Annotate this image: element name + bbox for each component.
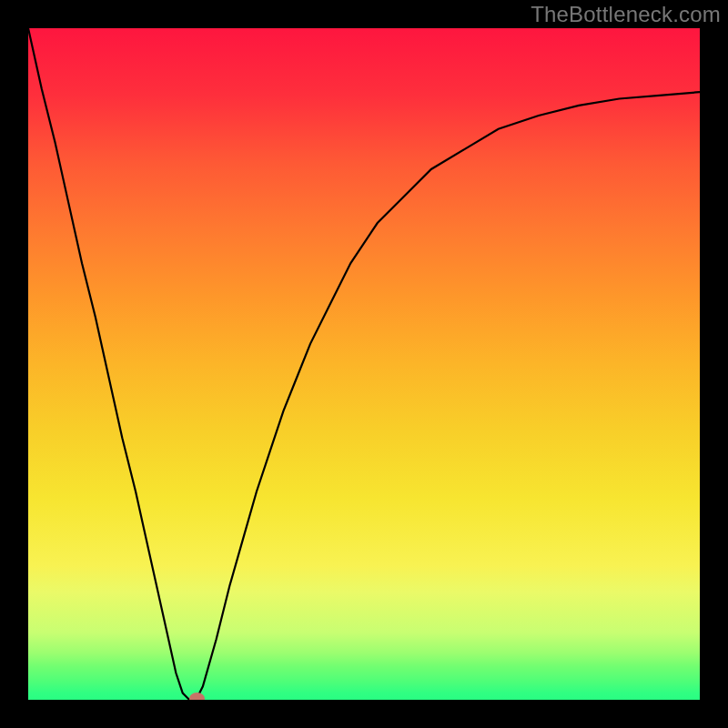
plot-area <box>28 28 700 700</box>
chart-frame: TheBottleneck.com <box>0 0 728 728</box>
curve-marker <box>189 693 205 700</box>
bottleneck-curve <box>28 28 700 700</box>
watermark-text: TheBottleneck.com <box>531 2 721 27</box>
